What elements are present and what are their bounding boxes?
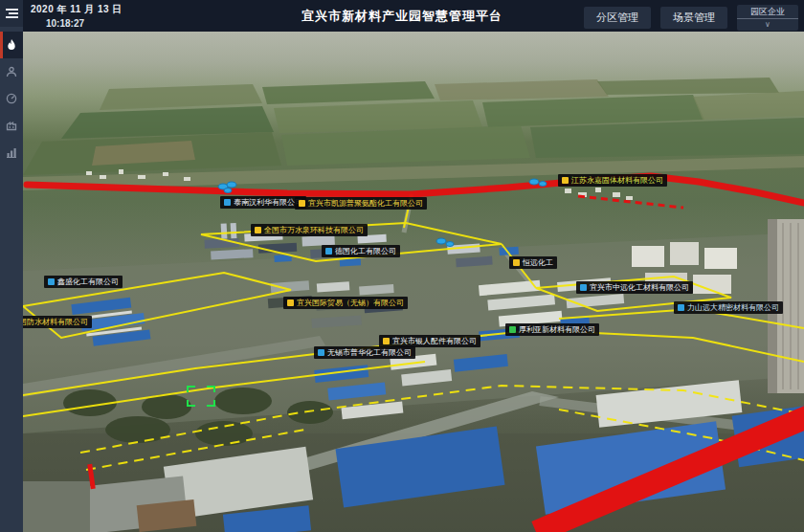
map-company-label[interactable]: 鑫盛化工有限公司 xyxy=(44,276,123,288)
map-company-label[interactable]: 厚利亚新材料有限公司 xyxy=(505,323,599,336)
menu-icon[interactable] xyxy=(0,0,23,27)
company-marker-icon xyxy=(325,248,332,255)
map-labels-layer: 泰南汉利华有限公司 宜兴市凯源普聚氨酯化工有限公司 全国市万水泉环科技有限公司 … xyxy=(23,32,804,532)
zone-management-button[interactable]: 分区管理 xyxy=(584,7,651,29)
company-marker-icon xyxy=(299,200,305,207)
map-company-label[interactable]: 恒远化工 xyxy=(509,256,557,269)
company-label-text: 全国市万水泉环科技有限公司 xyxy=(264,224,364,236)
company-label-text: 宜兴市凯源普聚氨酯化工有限公司 xyxy=(308,197,423,210)
map-company-label[interactable]: 泰南汉利华有限公司 xyxy=(220,196,306,209)
map-company-label[interactable]: 无锡市普华化工有限公司 xyxy=(314,346,415,359)
company-marker-icon xyxy=(509,326,516,333)
top-bar: 2020 年 11 月 13 日 10:18:27 宜兴市新材料产业园智慧管理平… xyxy=(0,0,804,32)
company-label-text: 德国化工有限公司 xyxy=(335,245,396,257)
company-marker-icon xyxy=(562,177,569,184)
company-marker-icon xyxy=(287,299,294,306)
map-company-label[interactable]: 德国化工有限公司 xyxy=(322,245,400,257)
topbar-actions: 分区管理 场景管理 园区企业 ∨ xyxy=(584,5,798,31)
company-label-text: 力山远大精密材料有限公司 xyxy=(687,301,779,314)
company-marker-icon xyxy=(513,259,520,266)
map-company-label[interactable]: 兴市兴国防水材料有限公司 xyxy=(23,316,92,328)
factory-icon[interactable] xyxy=(0,112,23,139)
map-company-label[interactable]: 宜兴国际贸易（无锡）有限公司 xyxy=(283,297,408,309)
company-label-text: 厚利亚新材料有限公司 xyxy=(519,323,595,336)
gauge-icon[interactable] xyxy=(0,85,23,112)
map-company-label[interactable]: 全国市万水泉环科技有限公司 xyxy=(251,224,368,236)
map-company-label[interactable]: 力山远大精密材料有限公司 xyxy=(674,301,783,314)
company-marker-icon xyxy=(224,199,231,206)
chevron-down-icon: ∨ xyxy=(737,19,798,31)
company-marker-icon xyxy=(383,338,390,344)
park-enterprises-dropdown[interactable]: 园区企业 ∨ xyxy=(737,5,798,31)
company-label-text: 兴市兴国防水材料有限公司 xyxy=(23,316,88,328)
dropdown-label: 园区企业 xyxy=(737,5,798,19)
smart-park-platform: 泰南汉利华有限公司 宜兴市凯源普聚氨酯化工有限公司 全国市万水泉环科技有限公司 … xyxy=(0,0,804,532)
flame-icon[interactable] xyxy=(0,32,23,58)
company-marker-icon xyxy=(580,284,587,291)
company-label-text: 无锡市普华化工有限公司 xyxy=(327,346,412,359)
sidebar xyxy=(0,0,23,532)
company-label-text: 宜兴市中远化工材料有限公司 xyxy=(590,281,689,294)
company-label-text: 泰南汉利华有限公司 xyxy=(234,196,302,209)
map-company-label[interactable]: 宜兴市凯源普聚氨酯化工有限公司 xyxy=(295,197,427,210)
company-marker-icon xyxy=(318,349,324,356)
map-company-label[interactable]: 宜兴市中远化工材料有限公司 xyxy=(576,281,693,294)
bar-chart-icon[interactable] xyxy=(0,139,23,166)
company-label-text: 江苏永嘉固体材料有限公司 xyxy=(571,174,663,187)
map-3d-view[interactable]: 泰南汉利华有限公司 宜兴市凯源普聚氨酯化工有限公司 全国市万水泉环科技有限公司 … xyxy=(23,32,804,532)
company-marker-icon xyxy=(678,304,684,311)
scene-management-button[interactable]: 场景管理 xyxy=(660,7,727,29)
company-label-text: 宜兴国际贸易（无锡）有限公司 xyxy=(297,297,404,309)
map-company-label[interactable]: 江苏永嘉固体材料有限公司 xyxy=(558,174,667,187)
company-marker-icon xyxy=(48,278,55,285)
company-label-text: 鑫盛化工有限公司 xyxy=(57,276,119,288)
company-marker-icon xyxy=(255,227,261,233)
user-icon[interactable] xyxy=(0,58,23,85)
company-label-text: 恒远化工 xyxy=(523,256,553,269)
